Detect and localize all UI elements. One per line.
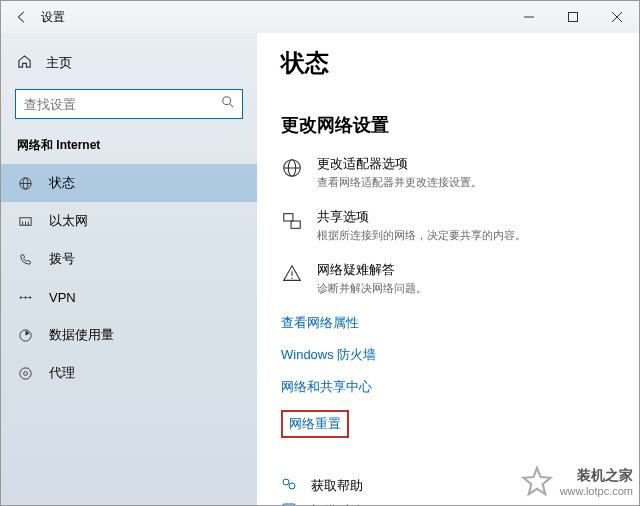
svg-rect-24 (291, 221, 300, 228)
option-adapter[interactable]: 更改适配器选项查看网络适配器并更改连接设置。 (281, 155, 619, 190)
option-title: 网络疑难解答 (317, 261, 427, 279)
svg-point-18 (19, 367, 30, 378)
home-icon (17, 54, 32, 72)
nav-label: 状态 (49, 174, 75, 192)
nav-ethernet[interactable]: 以太网 (1, 202, 257, 240)
feedback-icon (281, 501, 301, 506)
globe-icon (17, 176, 33, 191)
section-label: 网络和 Internet (1, 133, 257, 164)
maximize-button[interactable] (551, 1, 595, 33)
adapter-icon (281, 157, 305, 190)
vpn-icon (17, 290, 33, 305)
main-content: 状态 更改网络设置 更改适配器选项查看网络适配器并更改连接设置。 共享选项根据所… (257, 33, 639, 506)
option-desc: 诊断并解决网络问题。 (317, 281, 427, 296)
window-title: 设置 (41, 9, 65, 26)
link-network-reset[interactable]: 网络重置 (281, 410, 349, 438)
help-label: 获取帮助 (311, 477, 363, 495)
option-desc: 查看网络适配器并更改连接设置。 (317, 175, 482, 190)
nav-label: 以太网 (49, 212, 88, 230)
svg-point-27 (283, 479, 289, 485)
star-icon (520, 465, 554, 499)
help-icon (281, 476, 301, 495)
svg-point-28 (289, 483, 295, 489)
sidebar: 主页 网络和 Internet 状态 以太网 拨号 VPN (1, 33, 257, 506)
phone-icon (17, 252, 33, 267)
back-button[interactable] (7, 1, 37, 33)
page-title: 状态 (281, 47, 619, 79)
svg-point-26 (291, 277, 292, 278)
minimize-button[interactable] (507, 1, 551, 33)
nav-dialup[interactable]: 拨号 (1, 240, 257, 278)
ethernet-icon (17, 214, 33, 229)
option-troubleshoot[interactable]: 网络疑难解答诊断并解决网络问题。 (281, 261, 619, 296)
nav-status[interactable]: 状态 (1, 164, 257, 202)
svg-point-4 (223, 97, 231, 105)
sharing-icon (281, 210, 305, 243)
close-button[interactable] (595, 1, 639, 33)
give-feedback[interactable]: 提供反馈 (281, 501, 619, 506)
search-input[interactable] (15, 89, 243, 119)
link-sharing-center[interactable]: 网络和共享中心 (281, 378, 619, 396)
option-title: 共享选项 (317, 208, 526, 226)
option-desc: 根据所连接到的网络，决定要共享的内容。 (317, 228, 526, 243)
nav-label: 拨号 (49, 250, 75, 268)
svg-line-5 (230, 104, 234, 108)
link-firewall[interactable]: Windows 防火墙 (281, 346, 619, 364)
nav-label: 数据使用量 (49, 326, 114, 344)
nav-datausage[interactable]: 数据使用量 (1, 316, 257, 354)
nav-label: VPN (49, 290, 76, 305)
feedback-label: 提供反馈 (311, 502, 363, 507)
section-title: 更改网络设置 (281, 113, 619, 137)
data-icon (17, 328, 33, 343)
svg-point-19 (23, 371, 27, 375)
nav-label: 代理 (49, 364, 75, 382)
home-label: 主页 (46, 54, 72, 72)
svg-rect-23 (284, 214, 293, 221)
option-title: 更改适配器选项 (317, 155, 482, 173)
watermark: 装机之家 www.lotpc.com (520, 465, 633, 499)
link-network-properties[interactable]: 查看网络属性 (281, 314, 619, 332)
troubleshoot-icon (281, 263, 305, 296)
watermark-name: 装机之家 (560, 467, 633, 485)
svg-rect-1 (569, 13, 578, 22)
home-nav[interactable]: 主页 (1, 45, 257, 81)
proxy-icon (17, 366, 33, 381)
watermark-url: www.lotpc.com (560, 485, 633, 497)
search-icon (221, 95, 235, 113)
nav-proxy[interactable]: 代理 (1, 354, 257, 392)
option-sharing[interactable]: 共享选项根据所连接到的网络，决定要共享的内容。 (281, 208, 619, 243)
nav-vpn[interactable]: VPN (1, 278, 257, 316)
